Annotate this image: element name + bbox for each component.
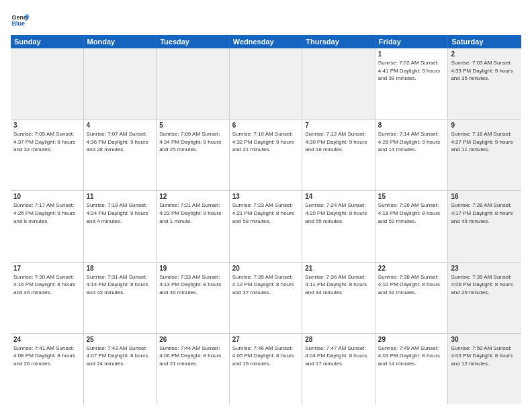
calendar-cell: 13Sunrise: 7:23 AM Sunset: 4:21 PM Dayli… — [230, 191, 303, 261]
day-number: 20 — [232, 265, 300, 272]
calendar-cell: 7Sunrise: 7:12 AM Sunset: 4:30 PM Daylig… — [302, 120, 375, 190]
page: General Blue SundayMondayTuesdayWednesda… — [0, 0, 532, 411]
calendar-cell: 6Sunrise: 7:10 AM Sunset: 4:32 PM Daylig… — [230, 120, 303, 190]
cell-info: Sunrise: 7:12 AM Sunset: 4:30 PM Dayligh… — [305, 130, 372, 154]
cell-info: Sunrise: 7:05 AM Sunset: 4:37 PM Dayligh… — [13, 130, 81, 154]
cell-info: Sunrise: 7:31 AM Sunset: 4:14 PM Dayligh… — [87, 273, 154, 297]
day-number: 14 — [305, 193, 372, 200]
calendar-cell: 5Sunrise: 7:09 AM Sunset: 4:34 PM Daylig… — [157, 120, 230, 190]
day-number: 16 — [451, 193, 519, 200]
calendar-cell — [11, 48, 84, 119]
header-cell-thursday: Thursday — [302, 35, 375, 48]
cell-info: Sunrise: 7:43 AM Sunset: 4:07 PM Dayligh… — [87, 345, 154, 368]
cell-info: Sunrise: 7:21 AM Sunset: 4:23 PM Dayligh… — [159, 201, 226, 225]
cell-info: Sunrise: 7:16 AM Sunset: 4:27 PM Dayligh… — [451, 130, 519, 154]
day-number: 8 — [378, 122, 445, 129]
calendar-row-2: 3Sunrise: 7:05 AM Sunset: 4:37 PM Daylig… — [11, 120, 521, 191]
header: General Blue — [11, 11, 521, 30]
calendar-cell: 15Sunrise: 7:26 AM Sunset: 4:18 PM Dayli… — [375, 191, 449, 261]
calendar-cell: 9Sunrise: 7:16 AM Sunset: 4:27 PM Daylig… — [448, 120, 521, 190]
day-number: 22 — [378, 265, 445, 272]
day-number: 15 — [378, 193, 445, 200]
calendar-cell: 4Sunrise: 7:07 AM Sunset: 4:36 PM Daylig… — [84, 120, 157, 190]
calendar-cell: 2Sunrise: 7:03 AM Sunset: 4:39 PM Daylig… — [448, 48, 521, 119]
cell-info: Sunrise: 7:36 AM Sunset: 4:11 PM Dayligh… — [305, 273, 372, 297]
day-number: 12 — [159, 193, 226, 200]
day-number: 1 — [378, 50, 445, 58]
day-number: 21 — [305, 265, 372, 272]
day-number: 3 — [13, 122, 81, 129]
day-number: 18 — [87, 265, 154, 272]
calendar-cell: 24Sunrise: 7:41 AM Sunset: 4:08 PM Dayli… — [11, 334, 84, 404]
cell-info: Sunrise: 7:38 AM Sunset: 4:10 PM Dayligh… — [378, 273, 445, 297]
cell-info: Sunrise: 7:26 AM Sunset: 4:18 PM Dayligh… — [378, 201, 445, 225]
cell-info: Sunrise: 7:39 AM Sunset: 4:09 PM Dayligh… — [451, 273, 519, 297]
day-number: 27 — [232, 336, 300, 343]
day-number: 13 — [232, 193, 300, 200]
day-number: 7 — [305, 122, 372, 129]
cell-info: Sunrise: 7:02 AM Sunset: 4:41 PM Dayligh… — [378, 59, 445, 83]
cell-info: Sunrise: 7:10 AM Sunset: 4:32 PM Dayligh… — [232, 130, 300, 154]
calendar-cell: 19Sunrise: 7:33 AM Sunset: 4:13 PM Dayli… — [157, 263, 230, 333]
day-number: 19 — [159, 265, 226, 272]
cell-info: Sunrise: 7:44 AM Sunset: 4:06 PM Dayligh… — [159, 345, 226, 368]
calendar-body: 1Sunrise: 7:02 AM Sunset: 4:41 PM Daylig… — [11, 48, 521, 404]
day-number: 11 — [87, 193, 154, 200]
calendar: SundayMondayTuesdayWednesdayThursdayFrid… — [11, 35, 521, 404]
cell-info: Sunrise: 7:47 AM Sunset: 4:04 PM Dayligh… — [305, 345, 372, 368]
cell-info: Sunrise: 7:28 AM Sunset: 4:17 PM Dayligh… — [451, 201, 519, 225]
calendar-cell — [302, 48, 375, 119]
day-number: 30 — [451, 336, 519, 343]
calendar-row-3: 10Sunrise: 7:17 AM Sunset: 4:26 PM Dayli… — [11, 191, 521, 262]
calendar-row-1: 1Sunrise: 7:02 AM Sunset: 4:41 PM Daylig… — [11, 48, 521, 120]
day-number: 9 — [451, 122, 519, 129]
calendar-cell: 12Sunrise: 7:21 AM Sunset: 4:23 PM Dayli… — [157, 191, 230, 261]
day-number: 24 — [13, 336, 81, 343]
header-cell-tuesday: Tuesday — [157, 35, 230, 48]
header-cell-friday: Friday — [375, 35, 449, 48]
day-number: 6 — [232, 122, 300, 129]
calendar-cell: 16Sunrise: 7:28 AM Sunset: 4:17 PM Dayli… — [448, 191, 521, 261]
cell-info: Sunrise: 7:35 AM Sunset: 4:12 PM Dayligh… — [232, 273, 300, 297]
calendar-header: SundayMondayTuesdayWednesdayThursdayFrid… — [11, 35, 521, 48]
calendar-cell: 29Sunrise: 7:49 AM Sunset: 4:03 PM Dayli… — [375, 334, 449, 404]
cell-info: Sunrise: 7:33 AM Sunset: 4:13 PM Dayligh… — [159, 273, 226, 297]
day-number: 5 — [159, 122, 226, 129]
cell-info: Sunrise: 7:41 AM Sunset: 4:08 PM Dayligh… — [13, 345, 81, 368]
calendar-cell: 26Sunrise: 7:44 AM Sunset: 4:06 PM Dayli… — [157, 334, 230, 404]
cell-info: Sunrise: 7:07 AM Sunset: 4:36 PM Dayligh… — [87, 130, 154, 154]
calendar-cell — [157, 48, 230, 119]
calendar-cell: 23Sunrise: 7:39 AM Sunset: 4:09 PM Dayli… — [448, 263, 521, 333]
cell-info: Sunrise: 7:19 AM Sunset: 4:24 PM Dayligh… — [87, 201, 154, 225]
header-cell-monday: Monday — [84, 35, 157, 48]
calendar-cell: 8Sunrise: 7:14 AM Sunset: 4:29 PM Daylig… — [375, 120, 449, 190]
calendar-cell: 28Sunrise: 7:47 AM Sunset: 4:04 PM Dayli… — [302, 334, 375, 404]
calendar-cell: 30Sunrise: 7:50 AM Sunset: 4:03 PM Dayli… — [448, 334, 521, 404]
cell-info: Sunrise: 7:50 AM Sunset: 4:03 PM Dayligh… — [451, 345, 519, 368]
calendar-cell: 10Sunrise: 7:17 AM Sunset: 4:26 PM Dayli… — [11, 191, 84, 261]
calendar-cell: 21Sunrise: 7:36 AM Sunset: 4:11 PM Dayli… — [302, 263, 375, 333]
calendar-cell: 11Sunrise: 7:19 AM Sunset: 4:24 PM Dayli… — [84, 191, 157, 261]
header-cell-saturday: Saturday — [448, 35, 521, 48]
header-cell-wednesday: Wednesday — [230, 35, 303, 48]
calendar-cell: 1Sunrise: 7:02 AM Sunset: 4:41 PM Daylig… — [375, 48, 449, 119]
cell-info: Sunrise: 7:30 AM Sunset: 4:16 PM Dayligh… — [13, 273, 81, 297]
cell-info: Sunrise: 7:09 AM Sunset: 4:34 PM Dayligh… — [159, 130, 226, 154]
svg-text:Blue: Blue — [11, 20, 25, 27]
calendar-cell — [230, 48, 303, 119]
calendar-cell — [84, 48, 157, 119]
cell-info: Sunrise: 7:23 AM Sunset: 4:21 PM Dayligh… — [232, 201, 300, 225]
day-number: 2 — [451, 50, 519, 58]
header-cell-sunday: Sunday — [11, 35, 84, 48]
calendar-cell: 18Sunrise: 7:31 AM Sunset: 4:14 PM Dayli… — [84, 263, 157, 333]
calendar-cell: 3Sunrise: 7:05 AM Sunset: 4:37 PM Daylig… — [11, 120, 84, 190]
calendar-cell: 17Sunrise: 7:30 AM Sunset: 4:16 PM Dayli… — [11, 263, 84, 333]
day-number: 4 — [87, 122, 154, 129]
day-number: 26 — [159, 336, 226, 343]
day-number: 23 — [451, 265, 519, 272]
calendar-cell: 22Sunrise: 7:38 AM Sunset: 4:10 PM Dayli… — [375, 263, 449, 333]
calendar-row-5: 24Sunrise: 7:41 AM Sunset: 4:08 PM Dayli… — [11, 334, 521, 404]
day-number: 10 — [13, 193, 81, 200]
calendar-cell: 25Sunrise: 7:43 AM Sunset: 4:07 PM Dayli… — [84, 334, 157, 404]
calendar-cell: 20Sunrise: 7:35 AM Sunset: 4:12 PM Dayli… — [230, 263, 303, 333]
